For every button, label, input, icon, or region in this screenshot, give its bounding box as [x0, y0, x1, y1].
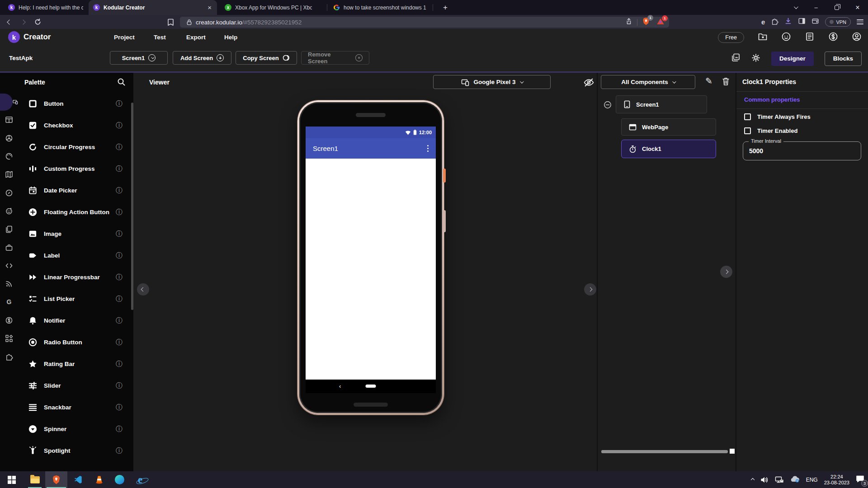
- maximize-button[interactable]: [826, 0, 847, 15]
- edge-taskbar-icon[interactable]: [109, 471, 130, 488]
- bookmark-icon[interactable]: [165, 15, 176, 29]
- info-icon[interactable]: ⓘ: [116, 230, 123, 238]
- volume-icon[interactable]: [760, 476, 769, 483]
- info-icon[interactable]: ⓘ: [116, 316, 123, 325]
- palette-item-spotlight[interactable]: Spotlight ⓘ: [18, 440, 133, 461]
- minimize-button[interactable]: –: [806, 0, 826, 15]
- category-social[interactable]: [0, 202, 18, 220]
- category-user-interface[interactable]: [0, 93, 18, 111]
- tab-help[interactable]: k Help: I need help with the clock compo: [4, 0, 88, 15]
- search-icon[interactable]: [117, 78, 126, 88]
- palette-item-floating-action-button[interactable]: Floating Action Button ⓘ: [18, 201, 133, 223]
- plan-badge[interactable]: Free: [718, 32, 744, 43]
- kodular-logo[interactable]: k: [8, 31, 20, 43]
- support-icon[interactable]: [781, 32, 791, 43]
- info-icon[interactable]: ⓘ: [116, 273, 123, 282]
- palette-item-notifier[interactable]: Notifier ⓘ: [18, 310, 133, 331]
- palette-item-rating-bar[interactable]: Rating Bar ⓘ: [18, 353, 133, 375]
- hidden-icons-chevron[interactable]: [750, 478, 754, 481]
- checkbox-unchecked-icon[interactable]: [744, 113, 751, 120]
- remove-screen-button[interactable]: Remove Screen×: [301, 51, 369, 65]
- info-icon[interactable]: ⓘ: [116, 338, 123, 347]
- screen-select-button[interactable]: Screen1: [110, 51, 168, 65]
- share-icon[interactable]: [625, 18, 632, 27]
- tree-item-clock1[interactable]: Clock1: [621, 140, 716, 158]
- screen-canvas[interactable]: [306, 159, 436, 380]
- palette-item-spinner[interactable]: Spinner ⓘ: [18, 418, 133, 440]
- palette-item-image[interactable]: Image ⓘ: [18, 223, 133, 244]
- collapse-tree-icon[interactable]: [604, 101, 612, 111]
- info-icon[interactable]: ⓘ: [116, 251, 123, 260]
- category-utilities[interactable]: [0, 238, 18, 256]
- components-filter-select[interactable]: All Components: [601, 75, 695, 89]
- earnings-icon[interactable]: [828, 32, 838, 43]
- previous-screen-arrow[interactable]: [137, 283, 149, 296]
- nav-back-icon[interactable]: ‹: [339, 383, 341, 389]
- start-button[interactable]: [2, 471, 22, 488]
- forward-icon[interactable]: [17, 15, 29, 29]
- next-screen-arrow[interactable]: [584, 283, 596, 296]
- category-experimental[interactable]: [0, 275, 18, 293]
- palette-item-radio-button[interactable]: Radio Button ⓘ: [18, 331, 133, 353]
- resize-handle[interactable]: [730, 449, 735, 454]
- menu-test[interactable]: Test: [154, 34, 166, 41]
- clock[interactable]: 22:24 23-08-2023: [824, 474, 849, 486]
- category-google[interactable]: G: [0, 293, 18, 311]
- network-icon[interactable]: [775, 476, 783, 483]
- category-media[interactable]: [0, 129, 18, 147]
- brave-taskbar-icon[interactable]: [45, 471, 67, 488]
- new-tab-button[interactable]: +: [439, 2, 451, 14]
- info-icon[interactable]: ⓘ: [116, 143, 123, 151]
- tab-search-icon[interactable]: [785, 0, 806, 15]
- onedrive-icon[interactable]: [790, 475, 800, 484]
- info-icon[interactable]: ⓘ: [116, 164, 123, 173]
- menu-help[interactable]: Help: [224, 34, 237, 41]
- close-window-button[interactable]: ×: [847, 0, 868, 15]
- info-icon[interactable]: ⓘ: [116, 381, 123, 390]
- screens-overview-icon[interactable]: [731, 53, 741, 64]
- nav-home-pill[interactable]: [366, 385, 376, 388]
- info-icon[interactable]: ⓘ: [116, 121, 123, 130]
- language-indicator[interactable]: ENG: [806, 477, 818, 483]
- timer-enabled-row[interactable]: Timer Enabled: [744, 127, 797, 134]
- checkbox-unchecked-icon[interactable]: [744, 127, 751, 134]
- info-icon[interactable]: ⓘ: [116, 360, 123, 368]
- ie-taskbar-icon[interactable]: e: [130, 471, 151, 488]
- projects-folder-icon[interactable]: [758, 32, 768, 43]
- tree-item-webpage[interactable]: WebPage: [621, 118, 716, 136]
- tree-item-screen1[interactable]: Screen1: [616, 95, 707, 113]
- news-icon[interactable]: [805, 32, 815, 43]
- expand-properties-arrow[interactable]: [720, 266, 732, 278]
- download-icon[interactable]: [784, 17, 792, 27]
- account-icon[interactable]: [852, 32, 862, 43]
- sidebar-icon[interactable]: [798, 17, 806, 27]
- common-properties-link[interactable]: Common properties: [744, 96, 800, 103]
- copy-screen-button[interactable]: Copy Screen: [236, 51, 297, 65]
- info-icon[interactable]: ⓘ: [116, 186, 123, 195]
- brave-shield-icon[interactable]: 1: [642, 17, 650, 28]
- device-select[interactable]: Google Pixel 3: [433, 75, 551, 89]
- menu-icon[interactable]: [857, 19, 863, 24]
- hide-components-eye-icon[interactable]: [583, 77, 594, 90]
- palette-item-slider[interactable]: Slider ⓘ: [18, 375, 133, 396]
- info-icon[interactable]: ⓘ: [116, 295, 123, 303]
- palette-item-linear-progressbar[interactable]: Linear Progressbar ⓘ: [18, 266, 133, 288]
- delete-trash-icon[interactable]: [722, 77, 730, 88]
- info-icon[interactable]: ⓘ: [116, 425, 123, 433]
- category-drawing-animation[interactable]: [0, 147, 18, 165]
- phone-screen[interactable]: 12:00 Screen1 ‹: [306, 127, 436, 393]
- tab-screenshot-search[interactable]: how to take screenshot windows 10 - (: [329, 0, 431, 15]
- vscode-taskbar-icon[interactable]: [67, 471, 89, 488]
- reload-icon[interactable]: [32, 15, 43, 29]
- wallet-icon[interactable]: [811, 17, 819, 27]
- palette-item-snackbar[interactable]: Snackbar ⓘ: [18, 396, 133, 418]
- category-monetization[interactable]: [0, 311, 18, 329]
- palette-item-custom-progress[interactable]: Custom Progress ⓘ: [18, 158, 133, 179]
- timer-always-fires-row[interactable]: Timer Always Fires: [744, 113, 811, 120]
- category-sensors[interactable]: [0, 183, 18, 202]
- rename-pencil-icon[interactable]: ✎: [705, 76, 712, 86]
- overflow-menu-icon[interactable]: [427, 145, 429, 152]
- tab-xbox[interactable]: x Xbox App for Windows PC | Xbox: [220, 0, 316, 15]
- info-icon[interactable]: ⓘ: [116, 446, 123, 455]
- menu-export[interactable]: Export: [186, 34, 206, 41]
